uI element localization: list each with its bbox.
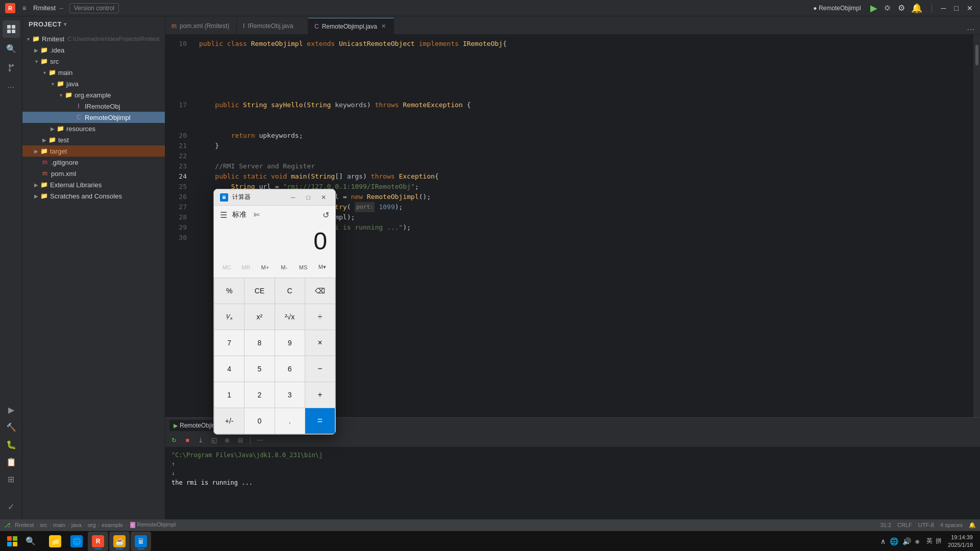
calc-7-button[interactable]: 7 bbox=[214, 330, 244, 356]
settings-icon[interactable]: ⚙ bbox=[898, 3, 905, 13]
bc-file[interactable]: CRemoteObjimpl bbox=[129, 521, 176, 529]
taskbar-search-icon[interactable]: 🔍 bbox=[22, 533, 39, 549]
calc-square-button[interactable]: x² bbox=[244, 304, 274, 330]
calc-ms-button[interactable]: MS bbox=[294, 259, 312, 276]
calc-mc-button[interactable]: MC bbox=[218, 259, 236, 276]
menu-bar[interactable]: ≡ bbox=[19, 4, 29, 13]
taskbar-app-intellij[interactable]: R bbox=[88, 532, 108, 551]
taskbar-clock[interactable]: 19:14:39 2025/1/18 bbox=[945, 534, 976, 548]
activity-project-icon[interactable] bbox=[3, 20, 20, 38]
calc-equals-button[interactable]: = bbox=[305, 408, 335, 434]
tree-item-java[interactable]: ▾ 📁 java bbox=[22, 78, 165, 89]
activity-git-icon[interactable]: 📋 bbox=[3, 453, 20, 470]
tree-item-resources[interactable]: ▶ 📁 resources bbox=[22, 123, 165, 134]
bc-java[interactable]: java bbox=[71, 522, 82, 528]
tree-item-external-libs[interactable]: ▶ 📁 External Libraries bbox=[22, 179, 165, 190]
calc-multiply-button[interactable]: × bbox=[305, 330, 335, 356]
calc-c-button[interactable]: C bbox=[275, 278, 305, 304]
calc-6-button[interactable]: 6 bbox=[275, 356, 305, 382]
regex-button[interactable]: ⊛ bbox=[222, 435, 233, 446]
calc-ce-button[interactable]: CE bbox=[244, 278, 274, 304]
project-expand-icon[interactable]: ▾ bbox=[64, 21, 67, 27]
tray-sound[interactable]: 🔊 bbox=[902, 537, 911, 545]
calc-percent-button[interactable]: % bbox=[214, 278, 244, 304]
bc-org[interactable]: org bbox=[88, 522, 96, 528]
calc-menu-icon[interactable]: ☰ bbox=[220, 210, 227, 220]
calc-scissors-icon[interactable]: ✄ bbox=[254, 211, 260, 219]
more-options-button[interactable]: ⋯ bbox=[255, 435, 266, 446]
bc-src[interactable]: src bbox=[40, 522, 47, 528]
calc-mplus-button[interactable]: M+ bbox=[256, 259, 274, 276]
activity-more-icon[interactable]: ··· bbox=[3, 79, 20, 96]
calc-0-button[interactable]: 0 bbox=[244, 408, 274, 434]
calc-maximize-button[interactable]: □ bbox=[303, 192, 314, 203]
tab-pom-xml[interactable]: m pom.xml (Rmitest) bbox=[165, 18, 237, 34]
search-icon[interactable]: ⛭ bbox=[884, 4, 892, 13]
scrollbar-track[interactable] bbox=[975, 35, 979, 417]
bc-example[interactable]: example bbox=[102, 522, 123, 528]
calc-mhistory-button[interactable]: M▾ bbox=[313, 259, 331, 276]
activity-vcs-icon[interactable] bbox=[3, 59, 20, 77]
version-control-label[interactable]: Version control bbox=[69, 3, 119, 13]
tree-item-pomxml[interactable]: m pom.xml bbox=[22, 168, 165, 179]
calc-backspace-button[interactable]: ⌫ bbox=[305, 278, 335, 304]
bc-rmitest[interactable]: Rmitest bbox=[15, 522, 34, 528]
tree-item-target[interactable]: ▶ 📁 target bbox=[22, 145, 165, 157]
calc-close-button[interactable]: ✕ bbox=[318, 192, 329, 203]
calc-1-button[interactable]: 1 bbox=[214, 382, 244, 408]
activity-commit-icon[interactable]: ✓ bbox=[3, 498, 20, 515]
activity-debug-icon[interactable]: 🐛 bbox=[3, 436, 20, 453]
notifications-status[interactable]: 🔔 bbox=[969, 522, 976, 529]
maximize-button[interactable]: □ bbox=[952, 4, 961, 12]
minimize-button[interactable]: ─ bbox=[939, 4, 948, 12]
filter-button[interactable]: ⊟ bbox=[235, 435, 246, 446]
stop-button[interactable]: ■ bbox=[182, 435, 193, 446]
calc-mminus-button[interactable]: M- bbox=[275, 259, 293, 276]
line-col[interactable]: 31:2 bbox=[880, 522, 891, 528]
run-button-header[interactable]: ▶ bbox=[870, 3, 877, 14]
activity-find-icon[interactable]: 🔍 bbox=[3, 40, 20, 57]
calc-add-button[interactable]: + bbox=[305, 382, 335, 408]
tree-item-test[interactable]: ▶ 📁 test bbox=[22, 134, 165, 145]
notifications-icon[interactable]: 🔔 bbox=[911, 3, 922, 14]
calc-history-button[interactable]: ↺ bbox=[323, 210, 329, 220]
tree-item-src[interactable]: ▾ 📁 src bbox=[22, 56, 165, 67]
menu-item-hamburger[interactable]: ≡ bbox=[19, 4, 29, 13]
calc-divide-button[interactable]: ÷ bbox=[305, 304, 335, 330]
calc-sqrt-button[interactable]: ²√x bbox=[275, 304, 305, 330]
input-lang[interactable]: 英 bbox=[926, 537, 933, 545]
close-button[interactable]: ✕ bbox=[965, 4, 975, 12]
bc-main[interactable]: main bbox=[53, 522, 65, 528]
tab-close-remoteobjimpl[interactable]: ✕ bbox=[380, 23, 387, 30]
tree-item-scratches[interactable]: ▶ 📁 Scratches and Consoles bbox=[22, 190, 165, 202]
encoding[interactable]: UTF-8 bbox=[918, 522, 934, 528]
calc-4-button[interactable]: 4 bbox=[214, 356, 244, 382]
calc-reciprocal-button[interactable]: ¹∕ₓ bbox=[214, 304, 244, 330]
tree-item-remoteobjimpl[interactable]: C RemoteObjimpl bbox=[22, 112, 165, 123]
activity-run-icon[interactable]: ▶ bbox=[3, 401, 20, 418]
rerun-button[interactable]: ↻ bbox=[168, 435, 180, 446]
calc-subtract-button[interactable]: − bbox=[305, 356, 335, 382]
fold-button[interactable]: ◱ bbox=[208, 435, 219, 446]
tree-item-main[interactable]: ▾ 📁 main bbox=[22, 67, 165, 78]
taskbar-app-java[interactable]: ☕ bbox=[109, 532, 130, 551]
taskbar-app-calculator[interactable]: 🖩 bbox=[131, 532, 151, 551]
calc-3-button[interactable]: 3 bbox=[275, 382, 305, 408]
calc-5-button[interactable]: 5 bbox=[244, 356, 274, 382]
calc-2-button[interactable]: 2 bbox=[244, 382, 274, 408]
calc-negate-button[interactable]: +/- bbox=[214, 408, 244, 434]
calc-8-button[interactable]: 8 bbox=[244, 330, 274, 356]
input-mode[interactable]: 拼 bbox=[936, 537, 942, 545]
tree-item-iremoteobj[interactable]: I IRemoteObj bbox=[22, 101, 165, 112]
activity-terminal-icon[interactable]: ⊞ bbox=[3, 470, 20, 488]
calc-minimize-button[interactable]: ─ bbox=[287, 192, 299, 203]
taskbar-app-explorer[interactable]: 📁 bbox=[45, 532, 65, 551]
tab-iremoteobj[interactable]: I IRemoteObj.java bbox=[237, 18, 308, 34]
calc-mr-button[interactable]: MR bbox=[237, 259, 255, 276]
calc-9-button[interactable]: 9 bbox=[275, 330, 305, 356]
tree-item-idea[interactable]: ▶ 📁 .idea bbox=[22, 44, 165, 56]
tray-chevron[interactable]: ∧ bbox=[880, 537, 886, 545]
tray-network[interactable]: 🌐 bbox=[890, 537, 898, 545]
tab-more-button[interactable]: ⋯ bbox=[962, 24, 980, 34]
tree-item-org-example[interactable]: ▾ 📁 org.example bbox=[22, 89, 165, 101]
